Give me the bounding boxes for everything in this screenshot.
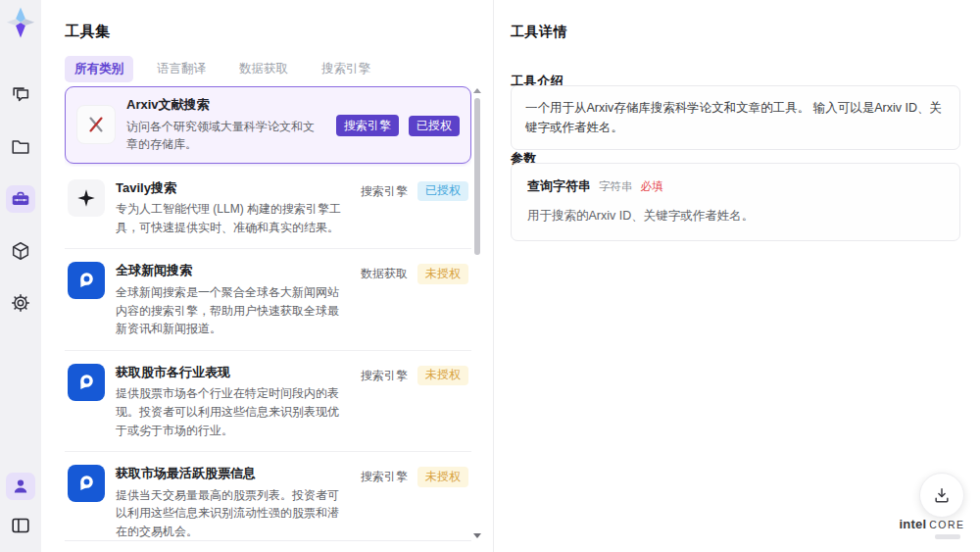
panel-toggle-icon[interactable] xyxy=(6,512,35,539)
param-card: 查询字符串 字符串 必填 用于搜索的Arxiv ID、关键字或作者姓名。 xyxy=(511,163,960,241)
tool-card-arxiv-selected[interactable]: Arxiv文献搜索 访问各个研究领域大量科学论文和文章的存储库。 搜索引擎 已授… xyxy=(65,86,471,164)
tool-title: 获取股市各行业表现 xyxy=(116,364,350,381)
settings-gear-icon[interactable] xyxy=(6,289,35,317)
param-required-flag: 必填 xyxy=(641,177,663,195)
tab-all-categories[interactable]: 所有类别 xyxy=(65,56,133,82)
tool-card-active-stocks[interactable]: 获取市场最活跃股票信息 提供当天交易量最高的股票列表。投资者可以利用这些信息来识… xyxy=(65,452,471,541)
tool-card-list: Arxiv文献搜索 访问各个研究领域大量科学论文和文章的存储库。 搜索引擎 已授… xyxy=(65,86,471,541)
folder-icon[interactable] xyxy=(6,133,35,161)
scroll-up-arrow-icon[interactable] xyxy=(473,88,481,93)
tool-intro-text: 一个用于从Arxiv存储库搜索科学论文和文章的工具。 输入可以是Arxiv ID… xyxy=(511,85,960,150)
tool-description: 提供当天交易量最高的股票列表。投资者可以利用这些信息来识别流动性强的股票和潜在的… xyxy=(116,486,350,541)
tool-card-tavily[interactable]: Tavily搜索 专为人工智能代理 (LLM) 构建的搜索引擎工具，可快速提供实… xyxy=(65,167,471,250)
toolbox-icon[interactable] xyxy=(6,185,35,213)
tool-title: Tavily搜索 xyxy=(116,179,350,197)
tool-category: 搜索引擎 xyxy=(361,469,408,485)
auth-status-badge: 已授权 xyxy=(417,181,468,202)
arxiv-x-icon xyxy=(76,105,116,144)
globalnews-icon xyxy=(68,262,105,299)
param-type: 字符串 xyxy=(599,177,633,195)
page-title: 工具集 xyxy=(65,23,111,41)
auth-status-badge: 未授权 xyxy=(417,264,468,284)
tool-description: 提供股票市场各个行业在特定时间段内的表现。投资者可以利用这些信息来识别表现优于或… xyxy=(116,384,350,439)
tool-category-badge: 搜索引擎 xyxy=(336,115,399,136)
tool-category: 搜索引擎 xyxy=(361,368,408,384)
scrollbar-thumb[interactable] xyxy=(474,98,480,255)
auth-status-badge: 已授权 xyxy=(409,116,460,136)
tool-description: 全球新闻搜索是一个聚合全球各大新闻网站内容的搜索引擎，帮助用户快速获取全球最新资… xyxy=(116,283,350,338)
tab-data-fetch[interactable]: 数据获取 xyxy=(229,56,298,82)
category-tabs: 所有类别 语言翻译 数据获取 搜索引擎 xyxy=(65,56,380,82)
param-name: 查询字符串 xyxy=(527,176,591,197)
brand-core-text: core xyxy=(929,519,964,530)
download-icon xyxy=(932,485,952,505)
user-icon[interactable] xyxy=(6,473,35,500)
list-scrollbar[interactable] xyxy=(473,88,481,538)
tab-search-engine[interactable]: 搜索引擎 xyxy=(312,56,380,82)
auth-status-badge: 未授权 xyxy=(417,366,468,386)
tool-card-global-news[interactable]: 全球新闻搜索 全球新闻搜索是一个聚合全球各大新闻网站内容的搜索引擎，帮助用户快速… xyxy=(65,249,471,350)
param-description: 用于搜索的Arxiv ID、关键字或作者姓名。 xyxy=(527,206,944,226)
tool-title: 获取市场最活跃股票信息 xyxy=(116,465,350,482)
tool-description: 访问各个研究领域大量科学论文和文章的存储库。 xyxy=(126,118,325,154)
rail-bottom xyxy=(6,473,35,539)
chat-icon[interactable] xyxy=(6,81,35,109)
brand-intel-text: intel xyxy=(899,517,926,531)
tool-card-stock-sector[interactable]: 获取股市各行业表现 提供股票市场各个行业在特定时间段内的表现。投资者可以利用这些… xyxy=(65,351,471,452)
tool-description: 专为人工智能代理 (LLM) 构建的搜索引擎工具，可快速提供实时、准确和真实的结… xyxy=(116,200,350,236)
active-stock-icon xyxy=(68,465,105,502)
tab-language-translation[interactable]: 语言翻译 xyxy=(147,56,216,82)
detail-title: 工具详情 xyxy=(511,24,567,41)
download-button[interactable] xyxy=(919,473,964,518)
intel-core-logo: intel core xyxy=(900,517,964,539)
scroll-down-arrow-icon[interactable] xyxy=(473,533,481,538)
cube-icon[interactable] xyxy=(6,237,35,265)
tool-category: 数据获取 xyxy=(361,266,408,282)
tool-title: 全球新闻搜索 xyxy=(116,262,350,279)
rail-nav xyxy=(6,81,35,317)
tool-category: 搜索引擎 xyxy=(361,183,408,200)
auth-status-badge: 未授权 xyxy=(417,467,468,487)
tool-list-panel: 工具集 所有类别 语言翻译 数据获取 搜索引擎 Arxiv文献搜索 访问各个研究… xyxy=(41,0,493,552)
brand-underline xyxy=(935,534,960,539)
tool-detail-panel: 工具详情 工具介绍 一个用于从Arxiv存储库搜索科学论文和文章的工具。 输入可… xyxy=(493,0,980,552)
icon-rail xyxy=(0,0,42,552)
stock-sector-icon xyxy=(68,364,105,401)
tool-title: Arxiv文献搜索 xyxy=(126,96,325,114)
app-logo-gem-icon[interactable] xyxy=(6,7,35,38)
tavily-star-icon xyxy=(68,179,105,217)
